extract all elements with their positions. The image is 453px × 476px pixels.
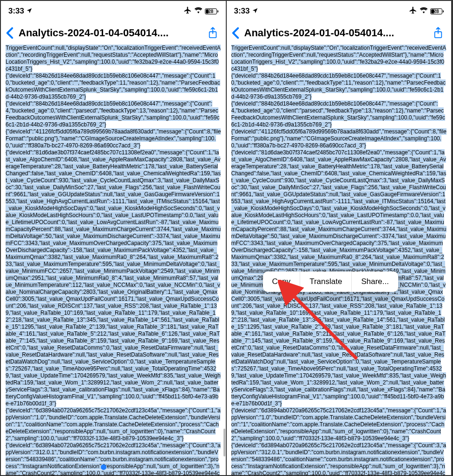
translate-menu-item[interactable]: Translate [300, 271, 352, 292]
page-title: Analytics-2024-01-04-054014.... [242, 27, 430, 39]
context-menu: Copy Translate Share... [263, 271, 398, 292]
status-time: 3:33 [8, 7, 24, 16]
status-bar: 3:33 28 [227, 1, 452, 21]
back-button[interactable] [230, 24, 242, 42]
page-title: Analytics-2024-01-04-054014.... [16, 27, 204, 39]
scrollbar[interactable] [223, 47, 225, 470]
location-icon [252, 7, 258, 15]
status-time: 3:33 [234, 7, 250, 16]
battery-icon: 28 [205, 8, 218, 14]
share-menu-item[interactable]: Share... [352, 271, 398, 292]
wifi-icon [420, 7, 428, 16]
left-screenshot: 3:33 28 Analytics-2024-01- [1, 1, 227, 475]
airplane-icon [184, 6, 192, 17]
nav-bar: Analytics-2024-01-04-054014.... [1, 21, 226, 45]
wifi-icon [194, 7, 203, 16]
nav-bar: Analytics-2024-01-04-054014.... [227, 21, 452, 45]
log-content[interactable]: TriggerEventCount":null,"displayState":"… [1, 45, 226, 475]
share-button[interactable] [204, 24, 221, 42]
share-button[interactable] [430, 24, 446, 42]
selection-handle[interactable] [101, 464, 106, 470]
copy-menu-item[interactable]: Copy [263, 271, 301, 292]
back-button[interactable] [4, 24, 16, 42]
location-icon [26, 7, 33, 15]
log-content[interactable]: TriggerEventCount":null,"displayState":"… [227, 45, 452, 475]
right-screenshot: 3:33 28 Analytics-2024-01- [227, 1, 453, 475]
airplane-icon [409, 6, 417, 17]
battery-icon: 28 [430, 8, 444, 14]
status-bar: 3:33 28 [1, 1, 226, 21]
